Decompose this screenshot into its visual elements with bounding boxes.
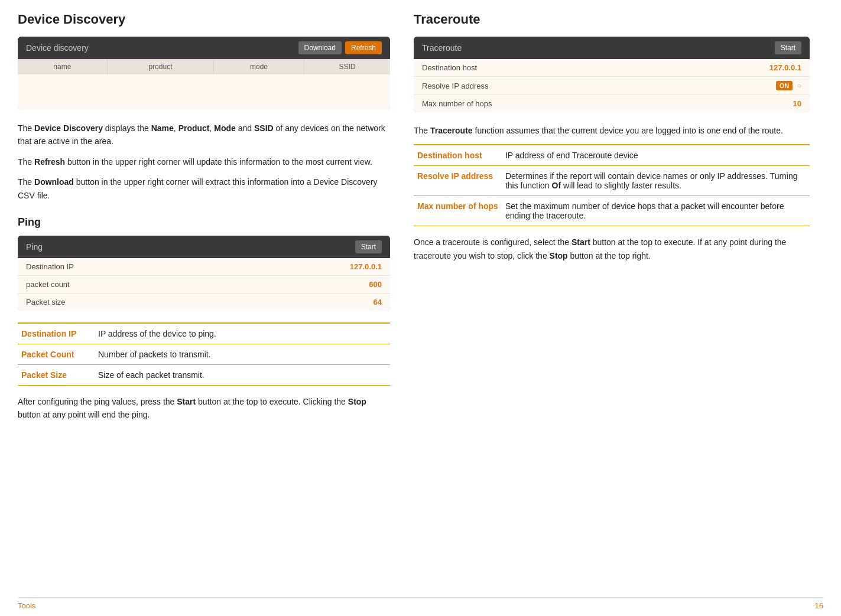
footer-right: 16	[815, 601, 823, 610]
traceroute-row-resolve-ip: Resolve IP address ON ○	[414, 77, 810, 95]
ping-after-desc: After configuring the ping values, press…	[18, 395, 390, 422]
ping-feature-row-packet-size: Packet Size Size of each packet transmit…	[18, 364, 390, 385]
traceroute-feature-row-max-hops: Max number of hops Set the maximum numbe…	[414, 196, 810, 226]
on-badge: ON	[776, 81, 793, 90]
page-footer: Tools 16	[18, 597, 823, 610]
ping-feature-row-dest-ip: Destination IP IP address of the device …	[18, 323, 390, 344]
ping-feature-desc-dest-ip: IP address of the device to ping.	[95, 323, 390, 344]
traceroute-start-button[interactable]: Start	[775, 41, 801, 54]
refresh-button[interactable]: Refresh	[345, 41, 382, 54]
traceroute-resolve-ip-label: Resolve IP address	[422, 82, 489, 90]
traceroute-row-max-hops: Max number of hops 10	[414, 95, 810, 112]
ping-packet-size-label: Packet size	[26, 298, 65, 307]
footer-left: Tools	[18, 601, 35, 610]
table-empty-body	[18, 74, 390, 110]
device-discovery-desc2: The Refresh button in the upper right co…	[18, 155, 390, 168]
ping-feature-row-packet-count: Packet Count Number of packets to transm…	[18, 344, 390, 364]
device-discovery-widget-title: Device discovery	[26, 43, 89, 53]
traceroute-feature-term-max-hops: Max number of hops	[414, 196, 502, 226]
traceroute-widget-content: Destination host 127.0.0.1 Resolve IP ad…	[414, 59, 810, 112]
traceroute-feature-term-dest-host: Destination host	[414, 145, 502, 166]
ping-feature-desc-packet-count: Number of packets to transmit.	[95, 344, 390, 364]
traceroute-feature-desc-dest-host: IP address of end Traceroute device	[502, 145, 810, 166]
device-discovery-table: name product mode SSID	[18, 59, 390, 110]
col-product: product	[107, 59, 213, 74]
ping-start-button[interactable]: Start	[355, 240, 382, 253]
ping-feature-term-packet-size: Packet Size	[18, 364, 95, 385]
ping-feature-desc-packet-size: Size of each packet transmit.	[95, 364, 390, 385]
ping-packet-size-value: 64	[374, 298, 382, 307]
off-label: ○	[797, 82, 801, 90]
ping-packet-count-value: 600	[369, 280, 382, 289]
ping-row-packet-size: Packet size 64	[18, 294, 390, 311]
traceroute-widget: Traceroute Start Destination host 127.0.…	[414, 37, 810, 112]
ping-feature-term-dest-ip: Destination IP	[18, 323, 95, 344]
ping-title: Ping	[18, 216, 390, 229]
device-discovery-title: Device Discovery	[18, 12, 390, 27]
device-discovery-desc3: The Download button in the upper right c…	[18, 175, 390, 202]
ping-widget-content: Destination IP 127.0.0.1 packet count 60…	[18, 258, 390, 311]
left-column: Device Discovery Device discovery Downlo…	[18, 12, 390, 429]
traceroute-desc1: The Traceroute function assumes that the…	[414, 124, 810, 137]
traceroute-feature-row-resolve-ip: Resolve IP address Determines if the rep…	[414, 166, 810, 196]
ping-widget: Ping Start Destination IP 127.0.0.1 pack…	[18, 236, 390, 311]
col-mode: mode	[214, 59, 304, 74]
ping-widget-header: Ping Start	[18, 236, 390, 258]
ping-destination-ip-label: Destination IP	[26, 262, 74, 271]
col-ssid: SSID	[304, 59, 390, 74]
traceroute-max-hops-label: Max number of hops	[422, 99, 492, 108]
device-discovery-widget: Device discovery Download Refresh name p…	[18, 37, 390, 110]
ping-widget-title: Ping	[26, 242, 43, 252]
ping-widget-buttons: Start	[355, 240, 382, 253]
traceroute-feature-row-dest-host: Destination host IP address of end Trace…	[414, 145, 810, 166]
device-discovery-widget-header: Device discovery Download Refresh	[18, 37, 390, 59]
traceroute-title: Traceroute	[414, 12, 810, 27]
ping-destination-ip-value: 127.0.0.1	[350, 262, 382, 271]
ping-row-destination-ip: Destination IP 127.0.0.1	[18, 258, 390, 276]
traceroute-widget-title: Traceroute	[422, 43, 462, 53]
traceroute-resolve-ip-toggle[interactable]: ON ○	[776, 81, 801, 90]
traceroute-max-hops-value: 10	[793, 99, 801, 108]
device-discovery-desc1: The Device Discovery displays the Name, …	[18, 122, 390, 148]
traceroute-dest-host-value: 127.0.0.1	[769, 63, 801, 72]
ping-feature-term-packet-count: Packet Count	[18, 344, 95, 364]
traceroute-feature-term-resolve-ip: Resolve IP address	[414, 166, 502, 196]
traceroute-feature-desc-max-hops: Set the maximum number of device hops th…	[502, 196, 810, 226]
col-name: name	[18, 59, 107, 74]
traceroute-dest-host-label: Destination host	[422, 63, 477, 72]
traceroute-row-dest-host: Destination host 127.0.0.1	[414, 59, 810, 77]
ping-row-packet-count: packet count 600	[18, 276, 390, 294]
traceroute-feature-desc-resolve-ip: Determines if the report will contain de…	[502, 166, 810, 196]
traceroute-widget-header: Traceroute Start	[414, 37, 810, 59]
device-discovery-widget-buttons: Download Refresh	[298, 41, 382, 54]
ping-feature-table: Destination IP IP address of the device …	[18, 322, 390, 386]
device-discovery-widget-content: name product mode SSID	[18, 59, 390, 110]
download-button[interactable]: Download	[298, 41, 342, 54]
traceroute-widget-buttons: Start	[775, 41, 801, 54]
ping-packet-count-label: packet count	[26, 280, 70, 289]
traceroute-after-desc: Once a traceroute is configured, select …	[414, 236, 810, 262]
traceroute-feature-table: Destination host IP address of end Trace…	[414, 144, 810, 226]
right-column: Traceroute Traceroute Start Destination …	[414, 12, 810, 429]
